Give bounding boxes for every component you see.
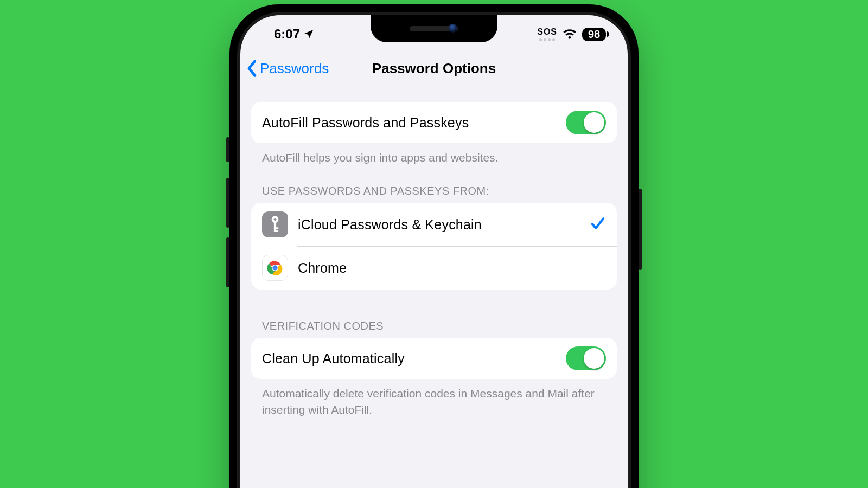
battery-indicator: 98 <box>582 28 606 41</box>
front-camera <box>449 24 457 33</box>
svg-point-1 <box>274 218 277 221</box>
provider-icloud-label: iCloud Passwords & Keychain <box>298 217 580 233</box>
cleanup-label: Clean Up Automatically <box>262 351 556 367</box>
svg-rect-4 <box>274 230 278 232</box>
provider-icloud-row[interactable]: iCloud Passwords & Keychain <box>251 203 617 246</box>
sos-indicator: SOS <box>537 27 557 41</box>
navigation-bar: Passwords Password Options <box>240 49 628 88</box>
autofill-toggle[interactable] <box>566 111 606 134</box>
verification-footer: Automatically delete verification codes … <box>251 379 617 418</box>
verification-header: VERIFICATION CODES <box>251 290 617 338</box>
autofill-row[interactable]: AutoFill Passwords and Passkeys <box>251 102 617 143</box>
providers-group: iCloud Passwords & Keychain <box>251 203 617 290</box>
autofill-group: AutoFill Passwords and Passkeys <box>251 102 617 143</box>
svg-rect-2 <box>274 222 276 231</box>
power-button <box>639 189 642 270</box>
location-icon <box>303 29 314 40</box>
cleanup-toggle[interactable] <box>566 346 606 370</box>
volume-down-button <box>226 237 229 287</box>
keychain-icon <box>262 211 288 237</box>
wifi-icon <box>563 27 577 41</box>
sos-dots <box>539 38 555 41</box>
notch <box>371 15 497 42</box>
verification-group: Clean Up Automatically <box>251 338 617 379</box>
cleanup-row[interactable]: Clean Up Automatically <box>251 338 617 379</box>
page-title: Password Options <box>372 60 496 77</box>
status-time: 6:07 <box>274 27 300 42</box>
volume-up-button <box>226 178 229 228</box>
back-label: Passwords <box>260 60 329 77</box>
check-icon <box>590 215 606 234</box>
chrome-icon <box>262 255 288 281</box>
screen: 6:07 SOS 98 <box>240 15 628 488</box>
silence-switch <box>226 137 229 162</box>
autofill-label: AutoFill Passwords and Passkeys <box>262 115 556 131</box>
back-button[interactable]: Passwords <box>246 59 329 78</box>
chevron-left-icon <box>246 59 259 78</box>
svg-rect-3 <box>274 228 278 229</box>
providers-header: USE PASSWORDS AND PASSKEYS FROM: <box>251 165 617 203</box>
autofill-footer: AutoFill helps you sign into apps and we… <box>251 143 617 165</box>
sos-label: SOS <box>537 27 557 37</box>
svg-point-7 <box>272 266 277 271</box>
provider-chrome-row[interactable]: Chrome <box>251 246 617 290</box>
provider-chrome-label: Chrome <box>298 260 606 276</box>
phone-frame: 6:07 SOS 98 <box>229 4 639 488</box>
